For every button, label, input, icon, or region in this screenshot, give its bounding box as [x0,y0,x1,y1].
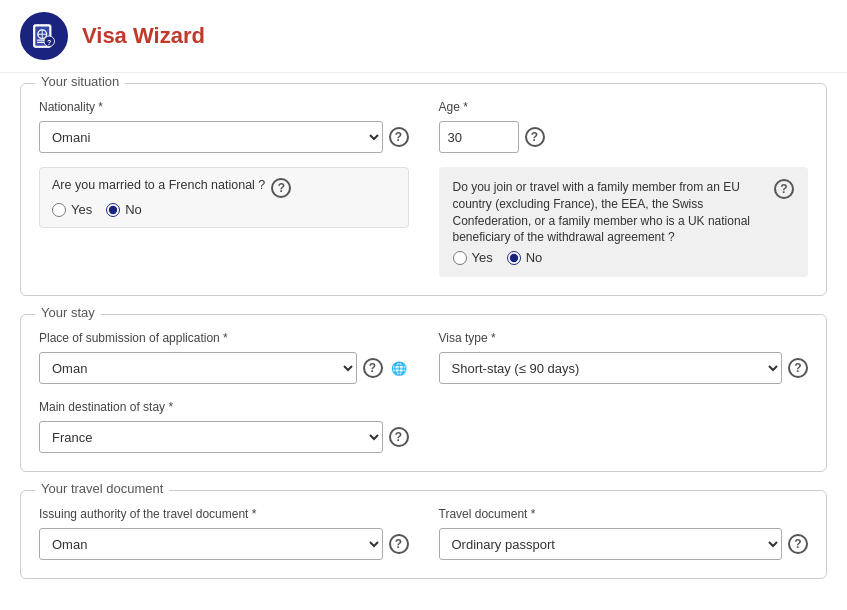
french-yes-label: Yes [71,202,92,217]
stay-right-empty [439,400,809,453]
svg-text:?: ? [47,39,51,46]
age-field-group: Age * ? [439,100,809,153]
place-submission-row: Oman ? 🌐 [39,352,409,384]
nationality-label: Nationality * [39,100,409,114]
eu-yes-option[interactable]: Yes [453,250,493,265]
main-destination-group: Main destination of stay * France ? [39,400,409,453]
french-radio-group: Yes No [52,202,396,217]
main-destination-label: Main destination of stay * [39,400,409,414]
issuing-authority-label: Issuing authority of the travel document… [39,507,409,521]
french-no-option[interactable]: No [106,202,142,217]
nationality-row: Omani ? [39,121,409,153]
travel-document-section: Your travel document Issuing authority o… [20,490,827,579]
main-destination-row: France ? [39,421,409,453]
issuing-authority-group: Issuing authority of the travel document… [39,507,409,560]
nationality-select[interactable]: Omani [39,121,383,153]
eu-no-option[interactable]: No [507,250,543,265]
main-destination-select[interactable]: France [39,421,383,453]
travel-document-type-label: Travel document * [439,507,809,521]
french-no-radio[interactable] [106,203,120,217]
place-submission-group: Place of submission of application * Oma… [39,331,409,384]
stay-section: Your stay Place of submission of applica… [20,314,827,472]
eu-question-help-icon[interactable]: ? [774,179,794,199]
place-submission-help-icon[interactable]: ? [363,358,383,378]
travel-document-type-select[interactable]: Ordinary passport Diplomatic passport Se… [439,528,783,560]
age-row: ? [439,121,809,153]
situation-right: Age * ? Do you join or travel with a fam… [439,100,809,277]
travel-document-type-group: Travel document * Ordinary passport Dipl… [439,507,809,560]
situation-legend: Your situation [35,74,125,89]
stay-grid: Place of submission of application * Oma… [39,331,808,453]
visa-type-label: Visa type * [439,331,809,345]
nationality-field-group: Nationality * Omani ? [39,100,409,153]
visa-type-help-icon[interactable]: ? [788,358,808,378]
place-submission-select[interactable]: Oman [39,352,357,384]
travel-document-grid: Issuing authority of the travel document… [39,507,808,560]
age-label: Age * [439,100,809,114]
french-question-help-icon[interactable]: ? [271,178,291,198]
eu-radio-group: Yes No [453,250,795,265]
visa-type-row: Short-stay (≤ 90 days) Long-stay Transit… [439,352,809,384]
eu-question-box: Do you join or travel with a family memb… [439,167,809,277]
app-title: Visa Wizard [82,23,205,49]
travel-document-type-help-icon[interactable]: ? [788,534,808,554]
eu-no-radio[interactable] [507,251,521,265]
age-input[interactable] [439,121,519,153]
eu-no-label: No [526,250,543,265]
eu-question-text: Do you join or travel with a family memb… [453,179,765,246]
svg-rect-6 [37,42,44,43]
french-question-text: Are you married to a French national ? [52,178,265,192]
place-submission-label: Place of submission of application * [39,331,409,345]
situation-section: Your situation Nationality * Omani ? [20,83,827,296]
main-destination-help-icon[interactable]: ? [389,427,409,447]
french-yes-option[interactable]: Yes [52,202,92,217]
travel-document-type-row: Ordinary passport Diplomatic passport Se… [439,528,809,560]
french-question-row: Are you married to a French national ? ? [52,178,396,198]
french-no-label: No [125,202,142,217]
situation-left: Nationality * Omani ? Are you married to… [39,100,409,228]
visa-type-select[interactable]: Short-stay (≤ 90 days) Long-stay Transit [439,352,783,384]
eu-yes-label: Yes [472,250,493,265]
travel-document-legend: Your travel document [35,481,169,496]
eu-question-row: Do you join or travel with a family memb… [453,179,795,246]
stay-legend: Your stay [35,305,101,320]
issuing-authority-row: Oman ? [39,528,409,560]
eu-yes-radio[interactable] [453,251,467,265]
french-yes-radio[interactable] [52,203,66,217]
french-question-box: Are you married to a French national ? ?… [39,167,409,228]
age-help-icon[interactable]: ? [525,127,545,147]
header: ? Visa Wizard [0,0,847,73]
globe-icon[interactable]: 🌐 [389,358,409,378]
issuing-authority-help-icon[interactable]: ? [389,534,409,554]
main-content: Your situation Nationality * Omani ? [0,73,847,610]
nationality-help-icon[interactable]: ? [389,127,409,147]
visa-type-group: Visa type * Short-stay (≤ 90 days) Long-… [439,331,809,384]
issuing-authority-select[interactable]: Oman [39,528,383,560]
app-icon: ? [20,12,68,60]
